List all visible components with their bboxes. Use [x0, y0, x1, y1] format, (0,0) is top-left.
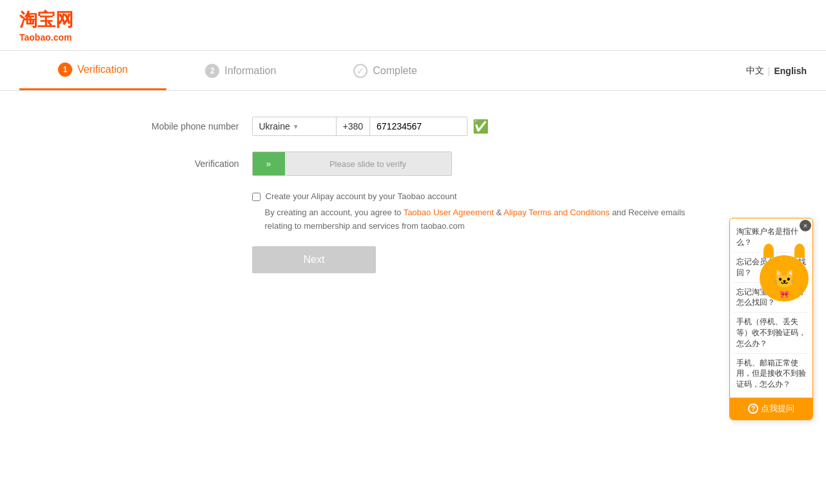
verification-control: » Please slide to verify — [252, 151, 452, 176]
logo: 淘宝网 Taobao.com — [19, 8, 807, 43]
nav-step-complete[interactable]: ✓ Complete — [315, 52, 455, 90]
phone-row: Mobile phone number Ukraine ▼ +380 ✅ — [123, 117, 703, 136]
alipay-checkbox[interactable] — [252, 193, 261, 201]
mascot-face-icon: 🐱 — [773, 268, 796, 289]
next-btn-row: Next — [252, 246, 703, 273]
next-button[interactable]: Next — [252, 246, 377, 273]
phone-group: Ukraine ▼ +380 — [252, 117, 468, 136]
mascot: 🐱 🎀 — [758, 244, 810, 298]
nav-bar: 1 Verification 2 Information ✓ Complete … — [0, 50, 826, 91]
step-label-complete: Complete — [373, 65, 417, 77]
lang-separator: | — [768, 66, 771, 76]
phone-valid-icon: ✅ — [473, 119, 489, 134]
nav-step-information[interactable]: 2 Information — [166, 52, 315, 90]
phone-control: Ukraine ▼ +380 ✅ — [252, 117, 489, 136]
terms-link2[interactable]: Alipay Terms and Conditions — [504, 208, 610, 217]
lang-en[interactable]: English — [774, 66, 807, 76]
slider-text: Please slide to verify — [285, 159, 451, 169]
phone-code: +380 — [337, 117, 371, 135]
verification-row: Verification » Please slide to verify — [123, 151, 703, 176]
step-circle-2: 2 — [205, 64, 219, 78]
phone-input[interactable] — [370, 117, 467, 135]
terms-link1[interactable]: Taobao User Agreement — [404, 208, 494, 217]
mascot-ear-left — [763, 244, 774, 258]
mascot-area: 🐱 🎀 — [749, 244, 820, 298]
lang-zh[interactable]: 中文 — [746, 65, 764, 77]
logo-main: 淘宝网 — [19, 8, 807, 32]
terms-text: By creating an account, you agree to Tao… — [265, 206, 703, 233]
step-circle-1: 1 — [58, 63, 72, 77]
alipay-checkbox-label: Create your Alipay account by your Taoba… — [266, 191, 457, 201]
nav-steps: 1 Verification 2 Information ✓ Complete — [19, 51, 456, 90]
dropdown-arrow-icon: ▼ — [293, 123, 299, 130]
country-select[interactable]: Ukraine ▼ — [253, 117, 337, 135]
checkbox-row: Create your Alipay account by your Taoba… — [252, 191, 703, 201]
step-label-verification: Verification — [77, 64, 128, 75]
step-label-information: Information — [224, 65, 276, 77]
slider-handle[interactable]: » — [253, 151, 285, 176]
terms-and: & — [494, 208, 504, 217]
terms-prefix: By creating an account, you agree to — [265, 208, 404, 217]
mascot-bowtie-icon: 🎀 — [780, 290, 789, 298]
phone-label: Mobile phone number — [123, 121, 252, 131]
header: 淘宝网 Taobao.com — [0, 0, 826, 50]
slider-group[interactable]: » Please slide to verify — [252, 151, 452, 176]
logo-sub: Taobao.com — [19, 32, 807, 43]
mascot-ear-right — [794, 244, 805, 258]
main-content: Mobile phone number Ukraine ▼ +380 ✅ Ver… — [123, 91, 703, 299]
verification-label: Verification — [123, 159, 252, 169]
country-name: Ukraine — [259, 121, 290, 131]
nav-step-verification[interactable]: 1 Verification — [19, 51, 166, 90]
help-widget: 🐱 🎀 × 淘宝账户名是指什么？ 忘记会员名，怎么找回？ 忘记淘宝账号密码，怎么… — [736, 244, 820, 298]
checkbox-section: Create your Alipay account by your Taoba… — [252, 191, 703, 233]
lang-switcher: 中文 | English — [746, 65, 807, 77]
slider-arrows-icon: » — [266, 159, 271, 169]
step-check-icon: ✓ — [353, 64, 368, 78]
